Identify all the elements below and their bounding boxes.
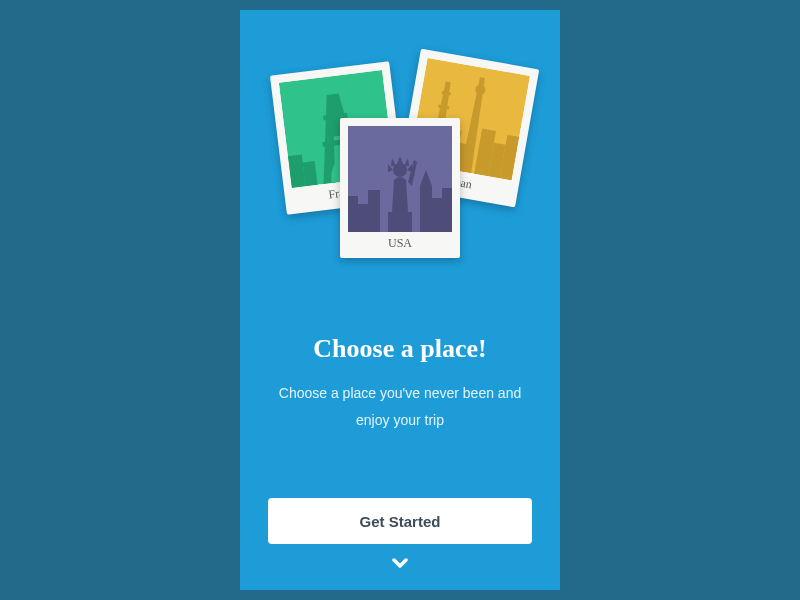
chevron-down-icon[interactable]	[392, 558, 408, 570]
svg-rect-19	[388, 212, 412, 232]
get-started-button[interactable]: Get Started	[268, 498, 532, 544]
svg-rect-22	[358, 204, 368, 232]
svg-rect-21	[348, 196, 358, 232]
svg-rect-25	[432, 198, 442, 232]
usa-illustration	[348, 126, 452, 232]
svg-rect-26	[442, 188, 452, 232]
polaroid-stack: France	[268, 50, 532, 290]
onboarding-screen: France	[240, 10, 560, 590]
svg-rect-23	[368, 190, 380, 232]
polaroid-caption: USA	[348, 236, 452, 254]
page-title: Choose a place!	[313, 334, 486, 364]
page-subtitle: Choose a place you've never been and enj…	[268, 380, 532, 433]
cta-label: Get Started	[360, 513, 441, 530]
svg-rect-24	[420, 186, 432, 232]
polaroid-usa[interactable]: USA	[340, 118, 460, 258]
